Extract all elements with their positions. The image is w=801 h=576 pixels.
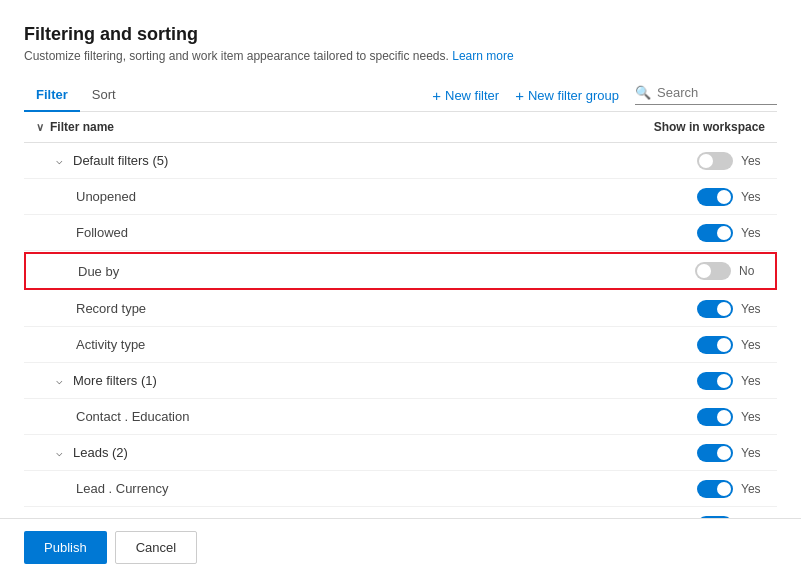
- filter-label-followed: Followed: [76, 225, 128, 240]
- toggle-unopened[interactable]: [697, 188, 733, 206]
- new-filter-group-button[interactable]: + New filter group: [515, 87, 619, 104]
- filter-label-record-type: Record type: [76, 301, 146, 316]
- toggle-more-filters[interactable]: [697, 372, 733, 390]
- plus-icon-2: +: [515, 87, 524, 104]
- filter-label-leads: Leads (2): [73, 445, 128, 460]
- filter-toggle-area-more-filters: Yes: [605, 372, 765, 390]
- toggle-leads[interactable]: [697, 444, 733, 462]
- filter-toggle-area-followed: Yes: [605, 224, 765, 242]
- toggle-label-unopened: Yes: [741, 190, 765, 204]
- tab-filter[interactable]: Filter: [24, 79, 80, 112]
- search-input[interactable]: [657, 85, 777, 100]
- new-filter-label: New filter: [445, 88, 499, 103]
- filter-name-followed: Followed: [36, 225, 605, 240]
- toggle-label-followed: Yes: [741, 226, 765, 240]
- filter-label-unopened: Unopened: [76, 189, 136, 204]
- filter-toggle-area-due-by: No: [603, 262, 763, 280]
- new-filter-button[interactable]: + New filter: [432, 87, 499, 104]
- filter-name-contact-education: Contact . Education: [36, 409, 605, 424]
- filter-row-more-filters: ⌵More filters (1)Yes: [24, 363, 777, 399]
- toggle-label-more-filters: Yes: [741, 374, 765, 388]
- col-show-header: Show in workspace: [605, 120, 765, 134]
- filter-name-more-filters: ⌵More filters (1): [36, 373, 605, 388]
- filter-table: ∨ Filter name Show in workspace ⌵Default…: [24, 112, 777, 543]
- filter-toggle-area-unopened: Yes: [605, 188, 765, 206]
- toggle-followed[interactable]: [697, 224, 733, 242]
- filter-row-followed: FollowedYes: [24, 215, 777, 251]
- toggle-label-default-filters: Yes: [741, 154, 765, 168]
- learn-more-link[interactable]: Learn more: [452, 49, 513, 63]
- filter-label-default-filters: Default filters (5): [73, 153, 168, 168]
- filter-name-lead-currency: Lead . Currency: [36, 481, 605, 496]
- toggle-label-leads: Yes: [741, 446, 765, 460]
- toggle-record-type[interactable]: [697, 300, 733, 318]
- filter-name-activity-type: Activity type: [36, 337, 605, 352]
- filter-row-default-filters: ⌵Default filters (5)Yes: [24, 143, 777, 179]
- filter-name-leads: ⌵Leads (2): [36, 445, 605, 460]
- toggle-label-activity-type: Yes: [741, 338, 765, 352]
- toggle-label-record-type: Yes: [741, 302, 765, 316]
- toggle-label-lead-currency: Yes: [741, 482, 765, 496]
- chevron-icon-default-filters[interactable]: ⌵: [56, 154, 63, 167]
- toggle-lead-currency[interactable]: [697, 480, 733, 498]
- tab-sort[interactable]: Sort: [80, 79, 128, 112]
- filter-row-record-type: Record typeYes: [24, 291, 777, 327]
- search-icon: 🔍: [635, 85, 651, 100]
- filter-toggle-area-default-filters: Yes: [605, 152, 765, 170]
- filter-row-due-by: Due byNo: [24, 252, 777, 290]
- publish-button[interactable]: Publish: [24, 531, 107, 564]
- tabs-left: Filter Sort: [24, 79, 128, 111]
- toggle-label-due-by: No: [739, 264, 763, 278]
- filter-toggle-area-leads: Yes: [605, 444, 765, 462]
- chevron-icon-more-filters[interactable]: ⌵: [56, 374, 63, 387]
- filter-label-contact-education: Contact . Education: [76, 409, 189, 424]
- tabs-right: + New filter + New filter group 🔍: [432, 85, 777, 111]
- cancel-button[interactable]: Cancel: [115, 531, 197, 564]
- filter-label-more-filters: More filters (1): [73, 373, 157, 388]
- page-title: Filtering and sorting: [24, 24, 777, 45]
- table-header: ∨ Filter name Show in workspace: [24, 112, 777, 143]
- toggle-activity-type[interactable]: [697, 336, 733, 354]
- filter-name-unopened: Unopened: [36, 189, 605, 204]
- filter-toggle-area-contact-education: Yes: [605, 408, 765, 426]
- filter-toggle-area-record-type: Yes: [605, 300, 765, 318]
- toggle-default-filters[interactable]: [697, 152, 733, 170]
- col-name-header: ∨ Filter name: [36, 120, 605, 134]
- toggle-due-by[interactable]: [695, 262, 731, 280]
- new-filter-group-label: New filter group: [528, 88, 619, 103]
- filter-row-unopened: UnopenedYes: [24, 179, 777, 215]
- filter-label-due-by: Due by: [78, 264, 119, 279]
- filter-label-lead-currency: Lead . Currency: [76, 481, 169, 496]
- filter-rows: ⌵Default filters (5)YesUnopenedYesFollow…: [24, 143, 777, 543]
- toggle-contact-education[interactable]: [697, 408, 733, 426]
- filter-toggle-area-activity-type: Yes: [605, 336, 765, 354]
- page-subtitle: Customize filtering, sorting and work it…: [24, 49, 777, 63]
- filter-row-leads: ⌵Leads (2)Yes: [24, 435, 777, 471]
- plus-icon: +: [432, 87, 441, 104]
- toggle-label-contact-education: Yes: [741, 410, 765, 424]
- filter-name-default-filters: ⌵Default filters (5): [36, 153, 605, 168]
- filter-toggle-area-lead-currency: Yes: [605, 480, 765, 498]
- filter-row-contact-education: Contact . EducationYes: [24, 399, 777, 435]
- filter-row-activity-type: Activity typeYes: [24, 327, 777, 363]
- filter-name-record-type: Record type: [36, 301, 605, 316]
- col-name-chevron: ∨: [36, 121, 44, 134]
- tabs-row: Filter Sort + New filter + New filter gr…: [24, 79, 777, 112]
- filter-name-due-by: Due by: [38, 264, 603, 279]
- footer: Publish Cancel: [0, 518, 801, 576]
- search-box[interactable]: 🔍: [635, 85, 777, 105]
- filter-row-lead-currency: Lead . CurrencyYes: [24, 471, 777, 507]
- filter-label-activity-type: Activity type: [76, 337, 145, 352]
- chevron-icon-leads[interactable]: ⌵: [56, 446, 63, 459]
